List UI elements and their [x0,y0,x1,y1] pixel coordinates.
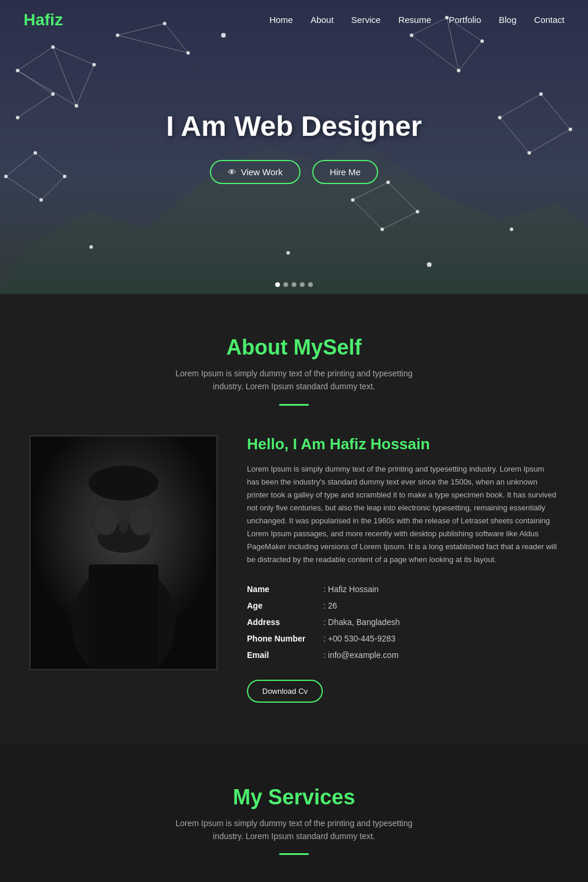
about-subtitle: Lorem Ipsum is simply dummy text of the … [24,367,564,393]
info-row-age: Age : 26 [247,597,559,614]
site-logo[interactable]: Hafiz [24,11,63,29]
info-row-name: Name : Hafiz Hossain [247,581,559,597]
about-section-title: About MySelf [24,335,564,360]
info-row-phone: Phone Number : +00 530-445-9283 [247,630,559,647]
svg-rect-63 [89,564,159,669]
svg-point-64 [119,519,128,533]
view-work-button[interactable]: 👁 View Work [210,160,300,184]
value-name: : Hafiz Hossain [323,584,379,594]
value-phone: : +00 530-445-9283 [323,634,396,643]
svg-point-65 [95,506,118,535]
nav-home[interactable]: Home [269,15,293,25]
services-divider [279,853,309,855]
hero-buttons: 👁 View Work Hire Me [0,160,588,184]
section-header-about: About MySelf Lorem Ipsum is simply dummy… [24,335,564,406]
services-subtitle: Lorem Ipsum is simply dummy text of the … [24,817,564,843]
eye-icon: 👁 [228,167,236,177]
info-row-email: Email : info@example.com [247,647,559,663]
value-address: : Dhaka, Bangladesh [323,617,400,627]
download-cv-button[interactable]: Download Cv [247,680,323,703]
hire-me-button[interactable]: Hire Me [312,160,379,184]
value-age: : 26 [323,601,337,610]
hero-content: I Am Web Designer 👁 View Work Hire Me [0,110,588,184]
nav-contact[interactable]: Contact [534,15,564,25]
slider-dot-5[interactable] [308,282,313,287]
section-divider [279,404,309,406]
nav-links: Home About Service Resume Portfolio Blog… [269,15,564,25]
label-age: Age [247,601,323,610]
nav-portfolio[interactable]: Portfolio [449,15,481,25]
nav-resume[interactable]: Resume [398,15,431,25]
label-email: Email [247,650,323,660]
slider-dot-2[interactable] [283,282,288,287]
about-section: About MySelf Lorem Ipsum is simply dummy… [0,294,588,744]
services-section-title: My Services [24,785,564,810]
nav-service[interactable]: Service [351,15,380,25]
info-row-address: Address : Dhaka, Bangladesh [247,614,559,630]
navbar: Hafiz Home About Service Resume Portfoli… [0,0,588,40]
about-description: Lorem Ipsum is simply dummy text of the … [247,463,559,567]
slider-dots [275,282,313,287]
person-image [31,436,216,669]
about-content: Hello, I Am Hafiz Hossain Lorem Ipsum is… [29,435,559,703]
hero-title: I Am Web Designer [0,110,588,142]
about-info: Hello, I Am Hafiz Hossain Lorem Ipsum is… [247,435,559,703]
hero-section: I Am Web Designer 👁 View Work Hire Me [0,0,588,294]
svg-point-66 [129,506,153,535]
services-section: My Services Lorem Ipsum is simply dummy … [0,744,588,882]
label-phone: Phone Number [247,634,323,643]
slider-dot-4[interactable] [300,282,305,287]
slider-dot-3[interactable] [292,282,296,287]
about-greeting: Hello, I Am Hafiz Hossain [247,435,559,453]
section-header-services: My Services Lorem Ipsum is simply dummy … [24,785,564,856]
svg-point-60 [89,466,159,500]
about-photo [29,435,218,670]
nav-blog[interactable]: Blog [499,15,516,25]
nav-about[interactable]: About [310,15,333,25]
label-name: Name [247,584,323,594]
value-email: : info@example.com [323,650,399,660]
about-info-table: Name : Hafiz Hossain Age : 26 Address : … [247,581,559,663]
label-address: Address [247,617,323,627]
slider-dot-1[interactable] [275,282,280,287]
